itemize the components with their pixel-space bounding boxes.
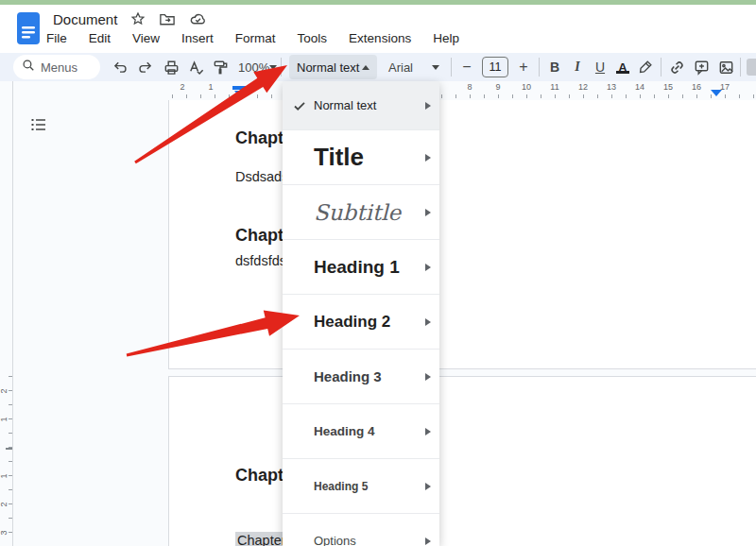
search-menus-button[interactable]: Menus xyxy=(13,55,100,79)
toolbar-divider xyxy=(661,58,662,77)
menu-item-title[interactable]: Title xyxy=(283,130,439,185)
decrease-font-size-button[interactable]: − xyxy=(455,56,478,78)
search-menus-label: Menus xyxy=(41,60,77,75)
search-icon xyxy=(22,59,35,76)
chevron-down-icon xyxy=(432,65,439,70)
submenu-arrow-icon xyxy=(425,264,431,271)
zoom-selector[interactable]: 100% xyxy=(235,56,277,78)
submenu-arrow-icon xyxy=(425,537,431,545)
menu-item-label: Heading 5 xyxy=(314,480,368,493)
insert-image-icon[interactable] xyxy=(714,56,737,78)
first-line-indent-marker[interactable] xyxy=(232,86,246,90)
menu-item-subtitle[interactable]: Subtitle xyxy=(283,185,439,240)
menu-item-heading-5[interactable]: Heading 5 xyxy=(283,459,439,514)
toolbar-overflow-icon[interactable] xyxy=(747,59,756,76)
menu-extensions[interactable]: Extensions xyxy=(348,29,412,47)
ruler-number: 15 xyxy=(663,82,673,92)
menu-item-heading-1[interactable]: Heading 1 xyxy=(283,240,439,295)
menu-item-label: Normal text xyxy=(314,98,376,112)
toolbar-divider xyxy=(281,58,282,77)
toolbar: Menus 100% Normal text xyxy=(0,53,756,81)
horizontal-ruler[interactable]: 2 1 8 9 10 11 12 13 14 15 16 17 xyxy=(168,81,756,99)
menu-item-label: Heading 3 xyxy=(314,368,382,384)
menu-item-label: Title xyxy=(314,143,364,172)
star-icon[interactable] xyxy=(130,11,146,26)
chevron-down-icon xyxy=(269,65,277,70)
cloud-saved-icon[interactable] xyxy=(189,11,207,26)
highlight-color-button[interactable] xyxy=(634,56,657,78)
google-docs-logo-icon[interactable] xyxy=(16,11,41,49)
ruler-number: 9 xyxy=(495,82,500,92)
submenu-arrow-icon xyxy=(425,154,431,162)
ruler-number: 3 xyxy=(0,530,9,535)
chevron-up-icon xyxy=(362,65,369,70)
document-title[interactable]: Document xyxy=(53,11,117,27)
submenu-arrow-icon xyxy=(425,373,431,381)
right-indent-marker[interactable] xyxy=(711,90,722,96)
font-name-value: Arial xyxy=(388,60,413,75)
move-to-folder-icon[interactable] xyxy=(159,11,176,26)
print-icon[interactable] xyxy=(160,56,182,78)
top-margin-marker xyxy=(6,448,12,450)
menu-edit[interactable]: Edit xyxy=(88,29,112,47)
page-2[interactable]: Chapter Chapter xyxy=(168,376,756,546)
menu-item-heading-3[interactable]: Heading 3 xyxy=(283,350,439,404)
ruler-number: 13 xyxy=(607,82,616,92)
menu-item-label: Subtitle xyxy=(314,200,401,225)
underline-button[interactable]: U xyxy=(589,60,611,75)
ruler-number: 2 xyxy=(180,82,184,92)
app-header: Document File Edit View Insert Format To… xyxy=(0,5,756,53)
ruler-ticks xyxy=(9,376,12,546)
ruler-number: 1 xyxy=(208,82,213,92)
ruler-ticks xyxy=(172,94,756,98)
bold-button[interactable]: B xyxy=(543,60,566,75)
redo-button[interactable] xyxy=(134,56,157,78)
page-1[interactable]: Chapter Dsdsads Chapter dsfdsfds xyxy=(168,100,756,369)
submenu-arrow-icon xyxy=(425,209,431,216)
font-selector[interactable]: Arial xyxy=(387,56,441,78)
doc-paragraph: Dsdsads xyxy=(235,169,288,184)
menu-item-normal-text[interactable]: Normal text xyxy=(283,81,439,130)
menu-item-label: Heading 1 xyxy=(314,257,400,278)
italic-button[interactable]: I xyxy=(566,60,589,75)
paragraph-styles-menu: Normal text Title Subtitle Heading 1 Hea… xyxy=(283,81,439,546)
menu-file[interactable]: File xyxy=(45,29,68,47)
styles-selector[interactable]: Normal text xyxy=(289,55,377,79)
submenu-arrow-icon xyxy=(425,483,431,490)
submenu-arrow-icon xyxy=(425,102,431,110)
submenu-arrow-icon xyxy=(425,318,431,326)
toolbar-divider xyxy=(451,58,452,77)
vertical-ruler-edge xyxy=(12,81,13,546)
checkmark-icon xyxy=(293,99,306,116)
text-color-button[interactable]: A xyxy=(611,60,634,75)
ruler-number: 14 xyxy=(635,82,644,92)
font-size-field[interactable]: 11 xyxy=(482,57,508,77)
ruler-number: 8 xyxy=(467,82,472,92)
document-outline-icon[interactable] xyxy=(28,115,49,134)
left-indent-marker[interactable] xyxy=(234,91,244,96)
increase-font-size-button[interactable]: + xyxy=(512,56,535,78)
ruler-number: 10 xyxy=(522,82,531,92)
menu-format[interactable]: Format xyxy=(234,29,277,47)
menu-bar: File Edit View Insert Format Tools Exten… xyxy=(45,29,460,47)
menu-item-heading-2[interactable]: Heading 2 xyxy=(283,295,439,350)
selected-text: Chapter xyxy=(235,532,288,546)
undo-button[interactable] xyxy=(109,56,131,78)
vertical-ruler[interactable]: 2 1 1 2 3 xyxy=(0,81,12,546)
insert-link-icon[interactable] xyxy=(665,56,688,78)
menu-item-options[interactable]: Options xyxy=(283,514,439,546)
menu-tools[interactable]: Tools xyxy=(297,29,329,47)
doc-paragraph: dsfdsfds xyxy=(235,253,286,268)
add-comment-icon[interactable] xyxy=(690,56,713,78)
ruler-number: 1 xyxy=(0,473,9,478)
styles-selector-value: Normal text xyxy=(297,60,359,75)
menu-help[interactable]: Help xyxy=(432,29,460,47)
spell-check-icon[interactable] xyxy=(184,56,207,78)
ruler-number: 11 xyxy=(550,82,558,92)
menu-item-heading-4[interactable]: Heading 4 xyxy=(283,404,439,459)
menu-item-label: Options xyxy=(314,534,356,546)
paint-format-icon[interactable] xyxy=(209,56,232,78)
menu-insert[interactable]: Insert xyxy=(180,29,215,47)
ruler-number: 12 xyxy=(578,82,588,92)
menu-view[interactable]: View xyxy=(131,29,161,47)
